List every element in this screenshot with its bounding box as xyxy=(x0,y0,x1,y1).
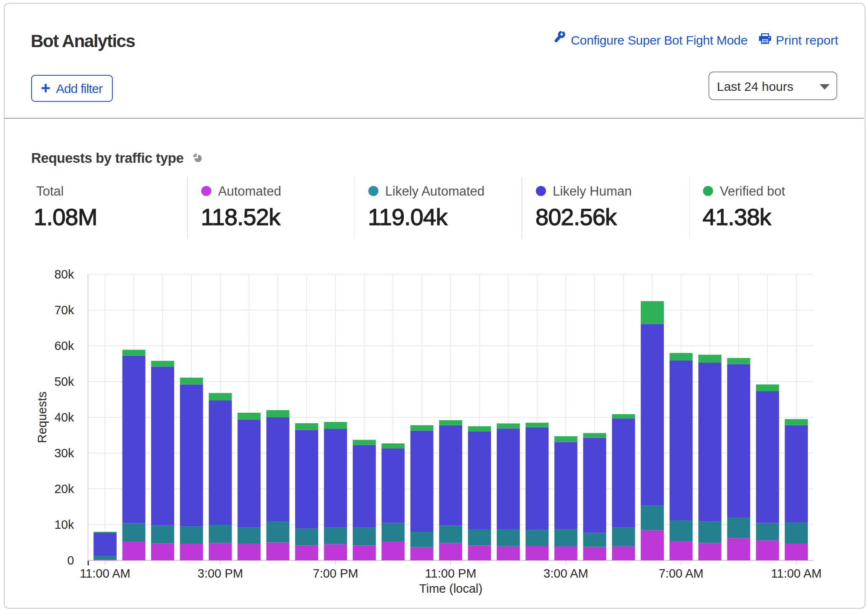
svg-text:7:00 AM: 7:00 AM xyxy=(659,567,703,580)
svg-text:10k: 10k xyxy=(54,518,74,531)
svg-text:3:00 AM: 3:00 AM xyxy=(543,567,588,580)
svg-text:11:00 AM: 11:00 AM xyxy=(80,567,130,580)
svg-text:20k: 20k xyxy=(54,482,74,496)
svg-text:3:00 PM: 3:00 PM xyxy=(197,567,243,580)
svg-text:Time (local): Time (local) xyxy=(419,582,482,595)
svg-text:0: 0 xyxy=(67,554,74,567)
svg-text:60k: 60k xyxy=(54,339,74,353)
svg-text:30k: 30k xyxy=(54,446,74,460)
svg-text:70k: 70k xyxy=(54,303,74,317)
svg-text:11:00 PM: 11:00 PM xyxy=(425,567,477,580)
svg-text:7:00 PM: 7:00 PM xyxy=(313,567,358,580)
svg-text:Requests: Requests xyxy=(35,392,49,443)
svg-text:50k: 50k xyxy=(54,375,74,388)
svg-text:11:00 AM: 11:00 AM xyxy=(771,567,822,580)
svg-text:80k: 80k xyxy=(54,268,74,281)
svg-text:40k: 40k xyxy=(54,411,74,424)
